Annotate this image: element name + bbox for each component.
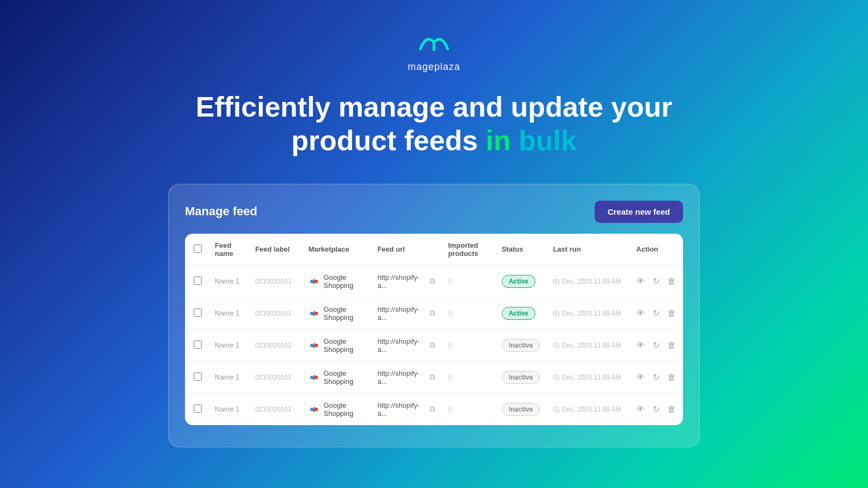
table-body: Name 1 0110010101 Go [185, 265, 683, 425]
feed-label-0: 0110010101 [255, 278, 291, 285]
delete-icon-3[interactable]: 🗑 [667, 373, 676, 382]
delete-icon-1[interactable]: 🗑 [667, 309, 676, 318]
refresh-icon-3[interactable]: ↻ [653, 372, 660, 382]
logo-area: mageplaza [407, 27, 460, 73]
table-row: Name 1 0110010101 Go [185, 297, 683, 329]
feed-label-1: 0110010101 [255, 310, 291, 317]
view-icon-0[interactable]: 👁 [636, 277, 645, 286]
action-icons-3: 👁 ↻ 🗑 [636, 372, 676, 382]
table-row: Name 1 0110010101 Go [185, 361, 683, 393]
last-run-2: 01 Dec, 2023 11:00 AM [553, 342, 621, 349]
headline-plain: product feeds [291, 125, 486, 156]
feed-name-0: Name 1 [215, 277, 240, 285]
col-header-last-run: Last run [546, 234, 629, 266]
marketplace-name-0: Google Shopping [324, 273, 365, 290]
headline-bulk: bulk [511, 125, 577, 156]
feed-name-1: Name 1 [215, 309, 240, 317]
svg-rect-2 [315, 280, 318, 283]
google-shopping-icon-0 [309, 276, 320, 287]
status-badge-2: Inactive [502, 339, 540, 352]
row-checkbox-2[interactable] [194, 341, 202, 349]
delete-icon-4[interactable]: 🗑 [667, 404, 676, 414]
table-row: Name 1 0110010101 Go [185, 393, 683, 425]
create-new-feed-button[interactable]: Create new feed [595, 201, 683, 223]
feed-url-text-3: http://shopify-a... [378, 369, 426, 386]
table-row: Name 1 0110010101 Go [185, 265, 683, 297]
select-all-checkbox[interactable] [194, 245, 202, 253]
status-badge-4: Inactive [502, 403, 540, 416]
headline: Efficiently manage and update your produ… [196, 90, 672, 158]
feed-label-3: 0110010101 [255, 374, 291, 381]
google-shopping-icon-3 [309, 372, 320, 383]
view-icon-2[interactable]: 👁 [636, 341, 645, 350]
feed-url-cell-2: http://shopify-a... ⧉ [378, 337, 435, 354]
table-row: Name 1 0110010101 Go [185, 329, 683, 361]
headline-line1: Efficiently manage and update your [196, 90, 672, 124]
feed-name-4: Name 1 [215, 405, 240, 413]
refresh-icon-2[interactable]: ↻ [653, 340, 660, 350]
feed-url-text-2: http://shopify-a... [378, 337, 426, 354]
row-checkbox-0[interactable] [194, 277, 202, 285]
row-checkbox-4[interactable] [194, 404, 202, 413]
row-checkbox-3[interactable] [194, 373, 202, 381]
action-icons-1: 👁 ↻ 🗑 [636, 308, 676, 318]
refresh-icon-1[interactable]: ↻ [653, 308, 660, 318]
marketplace-name-3: Google Shopping [324, 369, 365, 386]
svg-rect-14 [315, 376, 318, 379]
imported-count-0: 0 [448, 277, 452, 285]
svg-rect-18 [315, 408, 318, 411]
status-badge-3: Inactive [502, 371, 540, 384]
refresh-icon-0[interactable]: ↻ [653, 276, 660, 286]
feed-name-2: Name 1 [215, 341, 240, 349]
svg-rect-5 [310, 312, 314, 315]
delete-icon-0[interactable]: 🗑 [667, 277, 676, 286]
feed-table: Feed name Feed label Marketplace Feed ur… [185, 234, 683, 425]
status-badge-1: Active [502, 307, 535, 320]
google-shopping-icon-2 [309, 340, 320, 351]
col-header-feed-name: Feed name [208, 234, 248, 266]
google-shopping-icon-4 [309, 404, 320, 415]
copy-url-icon-3[interactable]: ⧉ [430, 373, 435, 382]
imported-count-4: 0 [448, 405, 452, 413]
imported-count-2: 0 [448, 341, 452, 349]
col-header-imported: Imported products [442, 234, 495, 266]
last-run-0: 01 Dec, 2023 11:00 AM [553, 278, 621, 285]
feed-url-text-1: http://shopify-a... [378, 305, 426, 322]
col-header-status: Status [495, 234, 547, 266]
table-header: Feed name Feed label Marketplace Feed ur… [185, 234, 683, 266]
col-header-feed-label: Feed label [248, 234, 302, 266]
marketplace-cell-4: Google Shopping [309, 401, 365, 418]
marketplace-cell-3: Google Shopping [309, 369, 365, 386]
delete-icon-2[interactable]: 🗑 [667, 341, 676, 350]
view-icon-1[interactable]: 👁 [636, 309, 645, 318]
imported-count-1: 0 [448, 309, 452, 317]
marketplace-name-4: Google Shopping [324, 401, 365, 418]
last-run-3: 01 Dec, 2023 11:00 AM [553, 374, 621, 381]
marketplace-cell-2: Google Shopping [309, 337, 365, 354]
marketplace-cell-1: Google Shopping [309, 305, 365, 322]
logo-text: mageplaza [407, 61, 460, 73]
row-checkbox-1[interactable] [194, 309, 202, 317]
feed-url-cell-1: http://shopify-a... ⧉ [378, 305, 435, 322]
feed-url-cell-4: http://shopify-a... ⧉ [378, 401, 435, 418]
view-icon-4[interactable]: 👁 [636, 404, 645, 414]
card-title: Manage feed [185, 204, 257, 219]
view-icon-3[interactable]: 👁 [636, 373, 645, 382]
copy-url-icon-0[interactable]: ⧉ [430, 277, 435, 286]
feed-url-cell-0: http://shopify-a... ⧉ [378, 273, 435, 290]
copy-url-icon-2[interactable]: ⧉ [430, 341, 435, 350]
manage-feed-card: Manage feed Create new feed Feed name Fe… [168, 184, 700, 447]
status-badge-0: Active [502, 275, 535, 288]
card-header: Manage feed Create new feed [185, 201, 683, 223]
feed-url-text-0: http://shopify-a... [378, 273, 426, 290]
svg-rect-1 [310, 280, 314, 283]
copy-url-icon-4[interactable]: ⧉ [430, 404, 435, 414]
refresh-icon-4[interactable]: ↻ [653, 404, 660, 414]
feed-label-4: 0110010101 [255, 406, 291, 413]
feed-name-3: Name 1 [215, 373, 240, 381]
feed-label-2: 0110010101 [255, 342, 291, 349]
last-run-1: 01 Dec, 2023 11:00 AM [553, 310, 621, 317]
svg-rect-10 [315, 344, 318, 347]
copy-url-icon-1[interactable]: ⧉ [430, 309, 435, 318]
svg-rect-17 [310, 408, 314, 411]
